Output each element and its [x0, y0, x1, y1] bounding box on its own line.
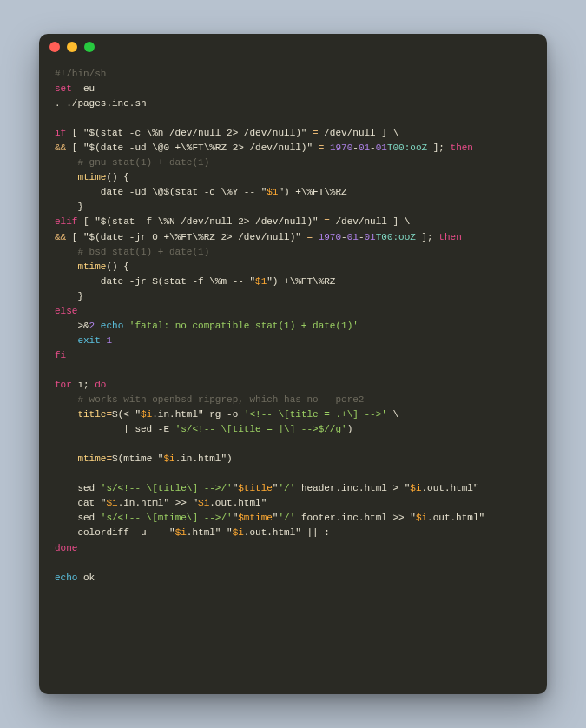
minimize-icon[interactable] [67, 42, 77, 52]
num: 01 [347, 232, 359, 242]
text: } [55, 291, 83, 301]
text: ok [77, 572, 95, 583]
builtin-exit: exit [77, 335, 100, 346]
text: .out.html" [422, 483, 479, 493]
text [95, 321, 101, 331]
text: \ [387, 409, 398, 420]
text: ]; [416, 232, 438, 242]
text: footer.inc.html >> " [295, 513, 416, 523]
var: $mtime [238, 513, 273, 523]
string: '<!-- \[title = .+\] -->' [244, 409, 387, 420]
num: 01 [376, 142, 387, 153]
kw-else: else [55, 306, 77, 316]
var: $1 [255, 276, 267, 287]
string: 'fatal: no compatible stat(1) + date(1)' [123, 321, 359, 331]
text: /dev/null ] \ [330, 216, 410, 227]
var: $1 [267, 187, 278, 197]
text: -eu [72, 83, 95, 94]
string: '/' [278, 513, 295, 523]
text: ") +\%FT\%RZ [278, 187, 346, 197]
num: 1970 [330, 142, 352, 153]
window-titlebar [39, 34, 547, 60]
text: - [370, 142, 376, 153]
text: ooZ [398, 232, 416, 242]
terminal-window: #!/bin/sh set -eu . ./pages.inc.sh if [ … [39, 34, 547, 694]
comment: # bsd stat(1) + date(1) [55, 247, 209, 257]
text: ]; [427, 142, 450, 153]
text: $(< " [112, 409, 141, 420]
text: cat " [55, 498, 106, 508]
kw-if: if [55, 128, 66, 138]
var: $i [175, 527, 187, 538]
op-and: && [55, 142, 66, 153]
var: $i [410, 483, 421, 493]
text: .out.html" [209, 498, 267, 508]
op-and: && [55, 232, 66, 242]
text: [ "$(date -ud \@0 +\%FT\%RZ 2> /dev/null… [66, 142, 318, 153]
text [55, 335, 77, 346]
fn-name: mtime [55, 172, 106, 182]
var-name: title [77, 409, 106, 420]
kw-set: set [55, 83, 72, 94]
close-icon[interactable] [49, 42, 60, 52]
text: | sed -E [55, 424, 175, 434]
text: date -jr $(stat -f \%m -- " [55, 276, 255, 287]
string: 's/<!-- \[mtime\] -->/' [101, 513, 233, 523]
shebang: #!/bin/sh [55, 69, 106, 79]
num: 01 [359, 142, 370, 153]
var-name: mtime [77, 453, 106, 464]
comment: # gnu stat(1) + date(1) [55, 157, 209, 168]
text: . ./pages.inc.sh [55, 98, 147, 109]
builtin-echo: echo [55, 572, 77, 583]
text: - [359, 232, 365, 242]
code-area: #!/bin/sh set -eu . ./pages.inc.sh if [ … [39, 60, 547, 694]
var: $i [141, 409, 152, 420]
text: .html" " [187, 527, 233, 538]
var: $i [106, 498, 117, 508]
var: $i [416, 513, 427, 523]
kw-done: done [55, 543, 77, 553]
text: ooZ [410, 142, 427, 153]
op-eq: = [324, 216, 330, 227]
builtin-echo: echo [101, 321, 123, 331]
kw-fi: fi [55, 350, 66, 361]
text: .in.html" >> " [118, 498, 198, 508]
text: date -ud \@$(stat -c \%Y -- " [55, 187, 267, 197]
op-eq: = [313, 128, 319, 138]
text: } [55, 202, 83, 212]
text: .in.html") [175, 453, 233, 464]
kw-elif: elif [55, 216, 77, 227]
text: ) [347, 424, 353, 434]
kw-then: then [451, 142, 473, 153]
var: $i [198, 498, 209, 508]
text: sed [55, 483, 101, 493]
maximize-icon[interactable] [84, 42, 95, 52]
text: T00: [387, 142, 410, 153]
string: 's/<!-- \[title = |\] -->$//g' [175, 424, 347, 434]
text: () { [106, 261, 128, 272]
num: 1970 [319, 232, 341, 242]
text: colordiff -u -- " [55, 527, 175, 538]
text: [ "$(stat -c \%n /dev/null 2> /dev/null)… [66, 128, 313, 138]
text: - [352, 142, 359, 153]
text [313, 232, 319, 242]
comment: # works with openbsd ripgrep, which has … [55, 394, 364, 405]
text: - [341, 232, 347, 242]
string: '/' [278, 483, 295, 493]
text: .in.html" rg -o [152, 409, 244, 420]
text: >& [55, 321, 89, 331]
text [55, 409, 77, 420]
text [324, 142, 330, 153]
num: 01 [365, 232, 376, 242]
text: i; [72, 380, 95, 390]
text: T00: [376, 232, 398, 242]
var: $i [233, 527, 244, 538]
text: [ "$(date -jr 0 +\%FT\%RZ 2> /dev/null)" [66, 232, 306, 242]
text: /dev/null ] \ [319, 128, 398, 138]
kw-do: do [95, 380, 106, 390]
string: 's/<!-- \[title\] -->/' [101, 483, 233, 493]
text: $(mtime " [112, 453, 163, 464]
kw-then: then [438, 232, 461, 242]
var: $title [238, 483, 273, 493]
text: [ "$(stat -f \%N /dev/null 2> /dev/null)… [77, 216, 324, 227]
